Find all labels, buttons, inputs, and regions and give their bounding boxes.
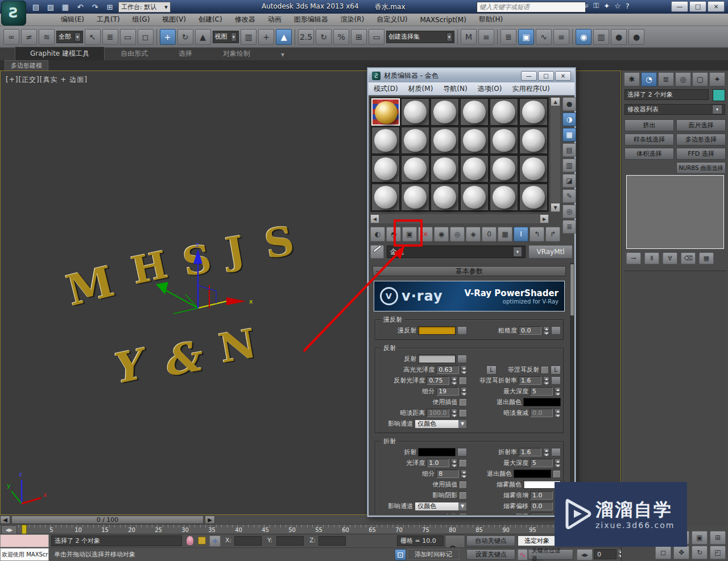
button-extrude[interactable]: 挤出 <box>624 119 674 131</box>
go-to-parent-icon[interactable]: ↰ <box>530 227 544 242</box>
params-scrollbar[interactable] <box>570 263 574 514</box>
prev-frame-icon[interactable]: ◀ <box>0 516 10 524</box>
refr-affect-channels-dropdown[interactable]: 仅颜色 ▼ <box>415 502 467 511</box>
select-and-manipulate-icon[interactable]: + <box>258 29 274 45</box>
material-slot[interactable] <box>371 155 400 182</box>
refr-exit-color-checkbox[interactable] <box>553 470 561 478</box>
field-of-view-icon[interactable]: ◻ <box>655 546 671 559</box>
menu-item[interactable]: MAXScript(M) <box>414 16 473 24</box>
sample-type-icon[interactable]: ● <box>562 97 576 111</box>
orbit-icon[interactable]: ↻ <box>692 546 708 559</box>
diffuse-map-button[interactable] <box>457 326 467 335</box>
max-depth-spinner[interactable] <box>555 387 561 396</box>
selection-filter-dropdown[interactable]: 全部 ▾ <box>56 31 83 43</box>
menu-item[interactable]: 选项(O) <box>473 84 507 94</box>
fog-mult-field[interactable]: 1.0 <box>530 491 553 500</box>
material-slot[interactable] <box>490 155 518 182</box>
diffuse-color-swatch[interactable] <box>418 326 456 335</box>
reflect-map-button[interactable] <box>457 355 467 363</box>
make-preview-icon[interactable]: ◪ <box>562 174 576 188</box>
dim-falloff-field[interactable]: 0.0 <box>530 409 553 417</box>
material-slot[interactable] <box>460 98 489 126</box>
tab-graphite-modeling[interactable]: Graphite 建模工具 <box>15 47 105 60</box>
manage-layers-icon[interactable]: ≣ <box>500 29 516 45</box>
track-bar[interactable]: ◀▶ 0510152025303540455055606570758085909… <box>0 524 621 534</box>
menu-item[interactable]: 导航(N) <box>438 84 472 94</box>
abbe-field[interactable]: 50.0 <box>530 513 553 514</box>
spinner-snap-icon[interactable]: ⊞ <box>351 29 367 45</box>
communication-icon[interactable]: ✦ <box>603 2 610 10</box>
go-forward-to-sibling-icon[interactable]: ↱ <box>545 227 560 242</box>
hilight-gloss-spinner[interactable] <box>461 365 467 374</box>
menu-item[interactable]: 帮助(H) <box>473 15 509 24</box>
window-crossing-icon[interactable]: ◻ <box>138 29 154 45</box>
refract-color-swatch[interactable] <box>418 448 456 456</box>
material-sample-slots[interactable] <box>370 97 549 212</box>
save-file-icon[interactable]: ▦ <box>59 2 72 12</box>
menu-item[interactable]: 动画 <box>262 15 288 24</box>
ior-map-button[interactable] <box>551 448 561 456</box>
material-slot[interactable] <box>401 98 429 126</box>
sample-vertical-scrollbar[interactable]: ▲ ▼ <box>551 97 560 212</box>
maximize-button[interactable]: □ <box>689 1 706 12</box>
material-slot[interactable] <box>431 127 459 154</box>
close-icon[interactable]: × <box>555 71 571 81</box>
pick-material-from-object-icon[interactable] <box>370 245 384 259</box>
show-end-result-icon[interactable]: ∀ <box>663 252 677 264</box>
dim-dist-checkbox[interactable] <box>459 409 467 417</box>
button-patch-select[interactable]: 面片选择 <box>676 119 726 131</box>
text-object-m[interactable]: M <box>63 260 118 312</box>
reset-map-icon[interactable]: × <box>418 227 433 242</box>
maxscript-mini-listener[interactable] <box>0 534 49 547</box>
absolute-mode-transform-icon[interactable]: ✛ <box>209 535 221 547</box>
dispersion-checkbox[interactable] <box>459 513 467 515</box>
menu-item[interactable]: 图形编辑器 <box>288 15 334 24</box>
material-slot[interactable] <box>371 127 400 154</box>
add-time-tag-button[interactable]: 添加时间标记 <box>407 549 460 560</box>
lock-stack-icon[interactable]: Ⅱ <box>644 252 659 264</box>
material-slot[interactable] <box>401 127 429 154</box>
search-input[interactable] <box>477 2 586 13</box>
menu-item[interactable]: 编辑(E) <box>55 15 90 24</box>
unlink-selection-icon[interactable]: ≠ <box>21 29 37 45</box>
mirror-icon[interactable]: M <box>461 29 477 45</box>
text-object-n[interactable]: N <box>216 323 259 369</box>
material-slot[interactable] <box>401 155 429 182</box>
ribbon-overflow-icon[interactable]: ▾ <box>266 49 299 60</box>
menu-item[interactable]: 创建(C) <box>192 15 229 24</box>
material-slot[interactable] <box>490 184 518 211</box>
redo-icon[interactable]: ↷ <box>89 2 101 12</box>
button-ffd-select[interactable]: FFD 选择 <box>676 148 726 160</box>
snaps-toggle-icon[interactable]: 2.5 <box>298 29 314 45</box>
reference-coordsys-dropdown[interactable]: 视图 ▾ <box>213 31 239 43</box>
material-slot[interactable] <box>431 155 459 182</box>
subdivs-field[interactable]: 19 <box>436 387 459 396</box>
curve-editor-icon[interactable]: ∿ <box>536 29 552 45</box>
material-slot[interactable] <box>519 184 548 211</box>
show-end-result-icon[interactable]: I <box>514 227 528 242</box>
rectangular-selection-icon[interactable]: ▭ <box>120 29 136 45</box>
material-slot[interactable] <box>401 184 429 211</box>
menu-item[interactable]: 视图(V) <box>156 15 192 24</box>
tab-selection[interactable]: 选择 <box>164 47 207 60</box>
exit-color-swatch[interactable] <box>523 398 561 406</box>
set-key-button[interactable]: 设置关键点 <box>466 549 515 560</box>
material-slot[interactable] <box>490 127 518 154</box>
roughness-field[interactable]: 0.0 <box>519 326 541 335</box>
text-object-ampersand[interactable]: & <box>159 336 203 383</box>
material-type-button[interactable]: VRayMtl <box>528 245 573 259</box>
fresnel-checkbox[interactable] <box>541 366 549 374</box>
backlight-icon[interactable]: ◑ <box>562 113 576 126</box>
tab-create[interactable]: ✱ <box>624 72 640 86</box>
render-production-icon[interactable]: ● <box>611 29 627 45</box>
scroll-up-icon[interactable]: ▲ <box>551 97 560 106</box>
y-coordinate-field[interactable] <box>276 536 304 546</box>
scroll-left-icon[interactable]: ◀ <box>370 214 379 223</box>
select-and-rotate-icon[interactable]: ↻ <box>177 29 193 45</box>
refr-subdivs-field[interactable]: 8 <box>436 469 459 478</box>
modifier-list-dropdown[interactable]: 修改器列表 ▾ <box>624 104 725 115</box>
button-poly-select[interactable]: 多边形选择 <box>676 134 726 146</box>
render-iterative-icon[interactable]: ● <box>628 29 644 45</box>
refract-map-button[interactable] <box>457 448 467 456</box>
minimize-icon[interactable]: — <box>521 71 537 81</box>
